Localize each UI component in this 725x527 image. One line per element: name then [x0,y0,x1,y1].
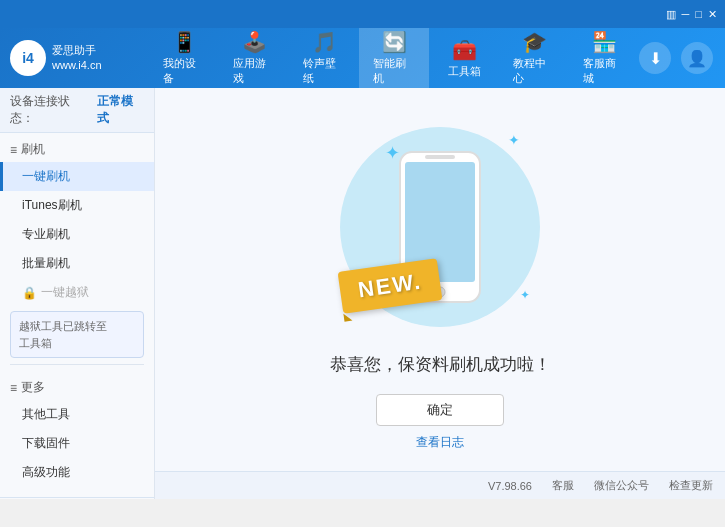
note-line2: 工具箱 [19,337,52,349]
download-firmware-label: 下载固件 [22,436,70,450]
status-label: 设备连接状态： [10,93,93,127]
footer-customer-service[interactable]: 客服 [552,478,574,493]
tab-apps-games[interactable]: 🕹️ 应用游戏 [219,28,289,88]
window-controls[interactable]: ▥ ─ □ ✕ [666,8,717,21]
sidebar-section-flash: ≡ 刷机 [0,133,154,162]
tab-tutorial-label: 教程中心 [513,56,555,86]
tab-tutorial[interactable]: 🎓 教程中心 [499,28,569,88]
sidebar-status-bar: 设备连接状态： 正常模式 [0,88,154,133]
note-line1: 越狱工具已跳转至 [19,320,107,332]
section-flash-icon: ≡ [10,143,17,157]
batch-flash-label: 批量刷机 [22,256,70,270]
section-flash-label: 刷机 [21,141,45,158]
footer-wechat[interactable]: 微信公众号 [594,478,649,493]
svg-rect-3 [425,155,455,159]
nav-tabs: 📱 我的设备 🕹️ 应用游戏 🎵 铃声壁纸 🔄 智能刷机 🧰 工具箱 🎓 教程中… [149,28,639,88]
logo-area: i4 爱思助手 www.i4.cn [0,40,149,76]
tab-ringtone[interactable]: 🎵 铃声壁纸 [289,28,359,88]
logo-text-initials: i4 [22,50,34,66]
tab-ringtone-label: 铃声壁纸 [303,56,345,86]
tab-service[interactable]: 🏪 客服商城 [569,28,639,88]
sidebar-section-more: ≡ 更多 [0,371,154,400]
tab-toolbox-label: 工具箱 [448,64,481,79]
apps-games-icon: 🕹️ [242,30,267,54]
sidebar-item-pro-flash[interactable]: 专业刷机 [0,220,154,249]
status-value: 正常模式 [97,93,144,127]
tab-service-label: 客服商城 [583,56,625,86]
logo-app-name: 爱思助手 [52,43,102,58]
section-more-icon: ≡ [10,381,17,395]
main-layout: 设备连接状态： 正常模式 ≡ 刷机 一键刷机 iTunes刷机 专业刷机 批量刷… [0,88,725,499]
sidebar-item-download-firmware[interactable]: 下载固件 [0,429,154,458]
user-account-button[interactable]: 👤 [681,42,713,74]
other-tools-label: 其他工具 [22,407,70,421]
sparkle-right: ✦ [508,132,520,148]
success-message: 恭喜您，保资料刷机成功啦！ [330,353,551,376]
jailbreak-label: 一键越狱 [41,284,89,301]
smart-flash-icon: 🔄 [382,30,407,54]
onekey-flash-label: 一键刷机 [22,169,70,183]
tab-my-device-label: 我的设备 [163,56,205,86]
sidebar-item-other-tools[interactable]: 其他工具 [0,400,154,429]
tab-smart-flash-label: 智能刷机 [373,56,415,86]
sidebar-item-batch-flash[interactable]: 批量刷机 [0,249,154,278]
section-more-label: 更多 [21,379,45,396]
minimize-button[interactable]: ─ [682,8,690,20]
wifi-icon: ▥ [666,8,676,21]
app-header: i4 爱思助手 www.i4.cn 📱 我的设备 🕹️ 应用游戏 🎵 铃声壁纸 … [0,28,725,88]
phone-illustration: ✦ ✦ ✦ NEW. 恭喜您，保资料刷机成功啦！ 确定 查看日志 [330,117,551,451]
header-right-actions: ⬇ 👤 [639,42,725,74]
sidebar-bottom-section: 自动激活 跳过向导 📱 iPhone 15 Pro Max 512GB iPho… [0,497,154,499]
logo-icon: i4 [10,40,46,76]
badge-ribbon-tail [343,312,352,321]
window-titlebar: ▥ ─ □ ✕ [0,0,725,28]
tab-my-device[interactable]: 📱 我的设备 [149,28,219,88]
sparkle-bottom: ✦ [520,288,530,302]
main-content: ✦ ✦ ✦ NEW. 恭喜您，保资料刷机成功啦！ 确定 查看日志 V7.98.6… [155,88,725,499]
sidebar-divider [10,364,144,365]
close-button[interactable]: ✕ [708,8,717,21]
advanced-label: 高级功能 [22,465,70,479]
my-device-icon: 📱 [172,30,197,54]
logo-text-block: 爱思助手 www.i4.cn [52,43,102,74]
sidebar-item-onekey-flash[interactable]: 一键刷机 [0,162,154,191]
jailbreak-redirect-note: 越狱工具已跳转至 工具箱 [10,311,144,358]
sidebar-item-advanced[interactable]: 高级功能 [0,458,154,487]
pro-flash-label: 专业刷机 [22,227,70,241]
toolbox-icon: 🧰 [452,38,477,62]
phone-graphic-container: ✦ ✦ ✦ NEW. [330,117,550,337]
sparkle-left: ✦ [385,142,400,164]
new-badge-text: NEW. [357,268,424,302]
itunes-flash-label: iTunes刷机 [22,198,82,212]
footer: V7.98.66 客服 微信公众号 检查更新 [155,471,725,499]
tab-apps-games-label: 应用游戏 [233,56,275,86]
tab-smart-flash[interactable]: 🔄 智能刷机 [359,28,429,88]
confirm-button[interactable]: 确定 [376,394,504,426]
service-icon: 🏪 [592,30,617,54]
view-log-link[interactable]: 查看日志 [416,434,464,451]
sidebar-item-jailbreak-disabled: 🔒 一键越狱 [0,278,154,307]
footer-check-update[interactable]: 检查更新 [669,478,713,493]
sidebar: 设备连接状态： 正常模式 ≡ 刷机 一键刷机 iTunes刷机 专业刷机 批量刷… [0,88,155,499]
tab-toolbox[interactable]: 🧰 工具箱 [429,28,499,88]
ringtone-icon: 🎵 [312,30,337,54]
maximize-button[interactable]: □ [695,8,702,20]
tutorial-icon: 🎓 [522,30,547,54]
sidebar-item-itunes-flash[interactable]: iTunes刷机 [0,191,154,220]
footer-version: V7.98.66 [488,480,532,492]
logo-website: www.i4.cn [52,58,102,73]
download-button[interactable]: ⬇ [639,42,671,74]
lock-icon: 🔒 [22,286,37,300]
